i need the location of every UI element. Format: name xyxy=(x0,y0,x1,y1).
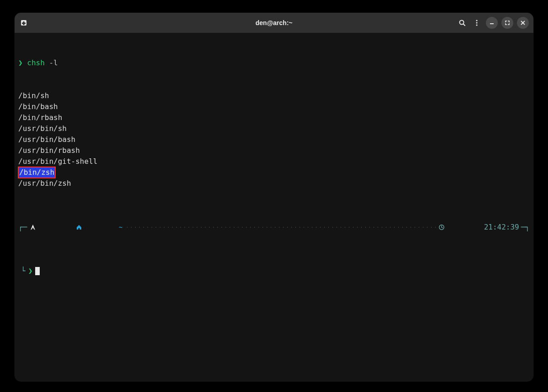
terminal-body[interactable]: ❯ chsh -l /bin/sh/bin/bash/bin/rbash/usr… xyxy=(15,33,533,302)
command-output: /bin/sh/bin/bash/bin/rbash/usr/bin/sh/us… xyxy=(18,90,530,189)
home-icon xyxy=(76,210,117,244)
path-indicator: ~ xyxy=(119,222,122,233)
cursor xyxy=(35,267,40,275)
svg-point-5 xyxy=(476,20,477,21)
command-args: -l xyxy=(49,58,58,67)
prompt-symbol: ❯ xyxy=(18,58,23,67)
output-line: /usr/bin/zsh xyxy=(18,178,530,189)
minimize-button[interactable] xyxy=(486,17,498,29)
svg-rect-8 xyxy=(490,23,494,24)
svg-point-6 xyxy=(476,22,477,23)
output-line: /usr/bin/sh xyxy=(18,123,530,134)
svg-line-4 xyxy=(464,24,465,26)
output-line: /usr/bin/git-shell xyxy=(18,156,530,167)
highlighted-output-line: /bin/zsh xyxy=(18,167,55,178)
status-left: ~ xyxy=(27,209,122,245)
status-separator-dots xyxy=(125,227,436,228)
command-name: chsh xyxy=(27,58,45,67)
status-bracket-right: ─┐ xyxy=(521,222,530,233)
status-row: ┌─ ~ 21:42:39 xyxy=(18,222,530,233)
titlebar-left xyxy=(19,18,111,28)
titlebar: den@arch:~ xyxy=(15,13,533,33)
terminal-window: den@arch:~ xyxy=(15,13,533,382)
close-button[interactable] xyxy=(517,17,529,29)
arch-logo-icon xyxy=(30,209,74,245)
prompt-row: └ ❯ xyxy=(18,266,530,277)
svg-point-7 xyxy=(476,24,477,26)
svg-line-13 xyxy=(442,227,443,228)
window-title: den@arch:~ xyxy=(111,19,437,26)
output-line: /bin/zsh xyxy=(18,167,530,178)
status-clock: 21:42:39 xyxy=(438,202,521,252)
search-button[interactable] xyxy=(457,17,468,28)
output-line: /bin/bash xyxy=(18,101,530,112)
command-line: ❯ chsh -l xyxy=(18,57,530,68)
new-tab-button[interactable] xyxy=(19,18,29,28)
titlebar-right xyxy=(437,17,529,29)
svg-rect-2 xyxy=(22,23,26,24)
output-line: /bin/sh xyxy=(18,90,530,101)
status-bracket-left: ┌─ xyxy=(18,222,27,233)
maximize-button[interactable] xyxy=(501,17,513,29)
clock-icon xyxy=(438,202,482,252)
next-prompt-symbol: ❯ xyxy=(28,266,33,277)
menu-button[interactable] xyxy=(471,17,482,28)
output-line: /usr/bin/rbash xyxy=(18,145,530,156)
output-line: /bin/rbash xyxy=(18,112,530,123)
prompt-bracket: └ xyxy=(21,266,26,277)
output-line: /usr/bin/bash xyxy=(18,134,530,145)
clock-time: 21:42:39 xyxy=(484,222,519,233)
